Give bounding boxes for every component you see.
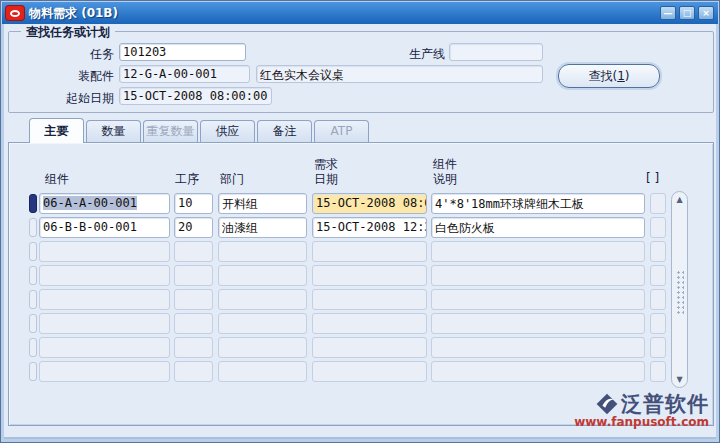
header-component: 组件 xyxy=(45,171,69,188)
flag-cell[interactable] xyxy=(650,313,666,334)
table-row xyxy=(29,360,709,384)
department-cell[interactable] xyxy=(218,289,307,310)
table-row xyxy=(29,264,709,288)
component-cell[interactable] xyxy=(39,337,170,358)
operation-cell[interactable] xyxy=(174,241,213,262)
flag-cell[interactable] xyxy=(650,217,666,238)
vendor-watermark: 泛普软件 www.fanpusoft.com xyxy=(559,390,709,429)
record-indicator[interactable] xyxy=(29,290,37,309)
tab-6: ATP xyxy=(314,120,369,142)
header-department: 部门 xyxy=(220,171,244,188)
tab-4[interactable]: 供应 xyxy=(200,120,255,142)
requirement-date-cell[interactable]: 15-OCT-2008 12:30:00 xyxy=(312,217,427,238)
flag-cell[interactable] xyxy=(650,241,666,262)
department-cell[interactable] xyxy=(218,241,307,262)
operation-cell[interactable] xyxy=(174,313,213,334)
watermark-name: 泛普软件 xyxy=(621,390,709,418)
description-cell[interactable]: 4'*8'18mm环球牌细木工板 xyxy=(431,193,645,214)
scroll-up-icon[interactable]: ▲ xyxy=(672,195,687,204)
department-cell[interactable]: 开料组 xyxy=(218,193,307,214)
requirement-date-cell[interactable] xyxy=(312,313,427,334)
tab-1[interactable]: 主要 xyxy=(29,118,84,143)
description-cell[interactable] xyxy=(431,265,645,286)
operation-cell[interactable] xyxy=(174,337,213,358)
flag-cell[interactable] xyxy=(650,337,666,358)
close-button[interactable]: × xyxy=(698,6,714,20)
requirement-date-cell[interactable] xyxy=(312,361,427,382)
oracle-logo-icon xyxy=(6,6,24,20)
operation-cell[interactable]: 20 xyxy=(174,217,213,238)
description-cell[interactable] xyxy=(431,313,645,334)
scrollbar-grip[interactable] xyxy=(676,270,684,316)
task-input[interactable]: 101203 xyxy=(119,43,246,61)
department-cell[interactable] xyxy=(218,313,307,334)
operation-cell[interactable] xyxy=(174,361,213,382)
assembly-input[interactable]: 12-G-A-00-001 xyxy=(119,65,250,83)
requirement-date-cell[interactable] xyxy=(312,289,427,310)
record-indicator[interactable] xyxy=(29,242,37,261)
component-cell[interactable]: 06-A-A-00-001 xyxy=(39,193,170,214)
tab-strip: 主要数量重复数量供应备注ATP xyxy=(1,118,720,142)
department-cell[interactable] xyxy=(218,361,307,382)
table-row xyxy=(29,312,709,336)
header-flag: [ ] xyxy=(646,171,659,185)
requirement-date-cell[interactable] xyxy=(312,241,427,262)
start-date-input[interactable]: 15-OCT-2008 08:00:00 xyxy=(119,87,272,105)
window-title: 物料需求 (01B) xyxy=(29,5,118,22)
flag-cell[interactable] xyxy=(650,193,666,214)
department-cell[interactable]: 油漆组 xyxy=(218,217,307,238)
header-operation: 工序 xyxy=(175,171,199,188)
requirement-date-cell[interactable] xyxy=(312,265,427,286)
description-cell[interactable] xyxy=(431,337,645,358)
requirement-date-cell[interactable]: 15-OCT-2008 08:00:00 xyxy=(312,193,427,214)
record-indicator[interactable] xyxy=(29,194,37,213)
start-date-label: 起始日期 xyxy=(32,90,114,107)
find-task-fieldset: 查找任务或计划 任务 101203 生产线 装配件 12-G-A-00-001 … xyxy=(8,31,714,113)
table-row: 06-A-A-00-001 10 开料组 15-OCT-2008 08:00:0… xyxy=(29,192,709,216)
table-row xyxy=(29,240,709,264)
description-cell[interactable] xyxy=(431,289,645,310)
assembly-description-input[interactable]: 红色实木会议桌 xyxy=(256,65,543,83)
maximize-button[interactable]: □ xyxy=(679,6,695,20)
component-cell[interactable] xyxy=(39,313,170,334)
record-indicator[interactable] xyxy=(29,362,37,381)
watermark-url: www.fanpusoft.com xyxy=(559,415,709,429)
flag-cell[interactable] xyxy=(650,265,666,286)
component-cell[interactable] xyxy=(39,265,170,286)
find-button[interactable]: 查找(1) xyxy=(558,64,660,88)
component-cell[interactable]: 06-B-B-00-001 xyxy=(39,217,170,238)
operation-cell[interactable] xyxy=(174,265,213,286)
task-label: 任务 xyxy=(42,46,114,63)
fieldset-legend: 查找任务或计划 xyxy=(21,24,115,41)
table-row xyxy=(29,336,709,360)
description-cell[interactable]: 白色防火板 xyxy=(431,217,645,238)
tab-5[interactable]: 备注 xyxy=(257,120,312,142)
material-requirements-window: 物料需求 (01B) — □ × 查找任务或计划 任务 101203 生产线 装… xyxy=(0,0,720,443)
description-cell[interactable] xyxy=(431,241,645,262)
flag-cell[interactable] xyxy=(650,289,666,310)
assembly-label: 装配件 xyxy=(42,68,114,85)
scroll-down-icon[interactable]: ▼ xyxy=(672,375,687,384)
minimize-button[interactable]: — xyxy=(660,6,676,20)
record-indicator[interactable] xyxy=(29,266,37,285)
operation-cell[interactable]: 10 xyxy=(174,193,213,214)
table-scrollbar[interactable]: ▲ ▼ xyxy=(671,191,688,388)
production-line-input[interactable] xyxy=(449,43,543,61)
header-desc-line2: 说明 xyxy=(433,171,457,188)
record-indicator[interactable] xyxy=(29,218,37,237)
tab-2[interactable]: 数量 xyxy=(86,120,141,142)
requirement-date-cell[interactable] xyxy=(312,337,427,358)
table-row xyxy=(29,288,709,312)
title-bar[interactable]: 物料需求 (01B) — □ × xyxy=(2,2,718,24)
flag-cell[interactable] xyxy=(650,361,666,382)
component-cell[interactable] xyxy=(39,361,170,382)
department-cell[interactable] xyxy=(218,337,307,358)
record-indicator[interactable] xyxy=(29,338,37,357)
description-cell[interactable] xyxy=(431,361,645,382)
fanpu-logo-icon xyxy=(596,393,618,415)
department-cell[interactable] xyxy=(218,265,307,286)
component-cell[interactable] xyxy=(39,289,170,310)
component-cell[interactable] xyxy=(39,241,170,262)
record-indicator[interactable] xyxy=(29,314,37,333)
operation-cell[interactable] xyxy=(174,289,213,310)
